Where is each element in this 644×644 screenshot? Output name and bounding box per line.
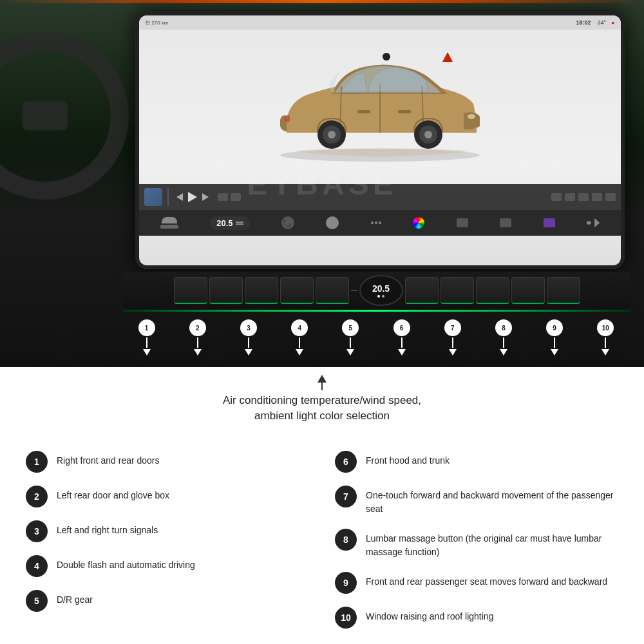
steering-wheel	[0, 32, 129, 200]
arrow-4: 4	[291, 319, 308, 355]
play-icon[interactable]	[188, 192, 197, 202]
app-icon[interactable]	[544, 218, 555, 227]
ctrl-btn-5[interactable]	[316, 277, 349, 304]
feature-4: 4 Double flash and automatic driving	[26, 549, 322, 583]
time-display: 18:02	[576, 19, 591, 26]
feature-text-9: Front and rear passenger seat moves forw…	[366, 572, 618, 589]
center-caption: Air conditioning temperature/wind speed,…	[191, 393, 453, 424]
ctrl-btn-2[interactable]	[209, 277, 243, 304]
car-icon[interactable]	[160, 217, 178, 229]
svg-point-13	[424, 131, 432, 138]
arrow-down-4	[296, 349, 303, 355]
color-picker-icon[interactable]	[413, 217, 424, 229]
arrow-3: 3	[240, 319, 257, 355]
temp-display: 34°	[598, 19, 607, 26]
menu-icon[interactable]	[457, 218, 468, 227]
dial-value: 20.5	[372, 283, 390, 294]
screen-interior: ⊟ 270 km 18:02 34° ●	[139, 15, 621, 265]
controls-bar: 20.5 📞	[139, 210, 621, 236]
arrow-row: 1 2 3 4 5 6	[121, 318, 631, 355]
arrow-down-3	[245, 349, 252, 355]
arrow-down-1	[143, 349, 151, 355]
camera-icon[interactable]	[326, 216, 339, 229]
arrow-2: 2	[189, 319, 206, 355]
separator	[351, 290, 357, 291]
arrow-line-4	[299, 337, 300, 348]
feature-text-10: Window raising and roof lighting	[366, 607, 618, 623]
center-caption-block: Air conditioning temperature/wind speed,…	[0, 375, 644, 435]
feature-number-7: 7	[335, 486, 357, 507]
arrow-line-7	[452, 337, 453, 348]
ctrl-btn-7[interactable]	[440, 277, 474, 304]
arrow-line-1	[146, 337, 147, 348]
arrow-7: 7	[444, 319, 461, 355]
arrow-circle-7: 7	[444, 319, 461, 336]
arrow-circle-8: 8	[495, 319, 512, 336]
svg-rect-5	[398, 110, 411, 113]
center-dial[interactable]: 20.5	[359, 275, 403, 306]
svg-point-10	[328, 131, 336, 138]
feature-text-1: Right front and rear doors	[57, 451, 322, 468]
ctrl-btn-8[interactable]	[476, 277, 509, 304]
green-glow-strip	[122, 310, 630, 312]
repeat-icon	[231, 193, 241, 201]
arrow-down-2	[194, 349, 202, 355]
arrow-circle-5: 5	[342, 319, 359, 336]
shuffle-icon	[218, 193, 228, 201]
car-display	[139, 30, 621, 184]
arrow-circle-1: 1	[138, 319, 155, 336]
more-dots[interactable]	[371, 222, 381, 224]
arrow-8: 8	[495, 319, 512, 355]
phone-icon[interactable]: 📞	[281, 216, 294, 229]
arrow-down-8	[500, 349, 507, 355]
home-icon	[592, 193, 602, 201]
feature-10: 10 Window raising and roof lighting	[322, 600, 618, 635]
arrow-circle-10: 10	[597, 319, 614, 336]
media-controls	[176, 192, 209, 202]
ctrl-btn-6[interactable]	[405, 277, 439, 304]
svg-rect-4	[357, 110, 370, 113]
feature-number-2: 2	[26, 486, 48, 507]
arrow-10: 10	[597, 319, 614, 355]
list-icon	[565, 193, 575, 201]
ctrl-btn-9[interactable]	[511, 277, 545, 304]
feature-3: 3 Left and right turn signals	[26, 514, 322, 549]
feature-number-8: 8	[335, 529, 357, 551]
speed-display: 20.5	[210, 216, 249, 230]
feature-2: 2 Left rear door and glove box	[26, 479, 322, 514]
arrow-line-3	[248, 337, 249, 348]
arrow-line-2	[197, 337, 198, 348]
svg-point-15	[383, 53, 390, 61]
feature-text-5: D/R gear	[57, 590, 322, 607]
screen-left-status: ⊟ 270 km	[146, 20, 168, 26]
album-art	[144, 188, 162, 206]
caption-line1: Air conditioning temperature/wind speed,	[223, 394, 421, 406]
feature-number-6: 6	[335, 451, 357, 473]
feature-text-6: Front hood and trunk	[366, 451, 618, 468]
arrow-line-6	[401, 337, 402, 348]
caption-line2: ambient light color selection	[254, 410, 390, 422]
ctrl-btn-10[interactable]	[547, 277, 580, 304]
volume-control[interactable]	[587, 218, 600, 227]
prev-icon[interactable]	[176, 193, 183, 201]
arrow-1: 1	[138, 319, 155, 355]
ctrl-btn-1[interactable]	[174, 277, 207, 304]
grid-icon[interactable]	[500, 218, 511, 227]
arrow-circle-2: 2	[189, 319, 206, 336]
arrow-down-5	[346, 349, 354, 355]
control-strip: 20.5	[122, 272, 631, 309]
ctrl-btn-4[interactable]	[280, 277, 314, 304]
more-icon	[578, 193, 589, 201]
arrow-5: 5	[342, 319, 359, 355]
arrow-circle-9: 9	[546, 319, 563, 336]
feature-text-4: Double flash and automatic driving	[57, 555, 322, 572]
feature-text-3: Left and right turn signals	[57, 520, 322, 537]
arrow-line-8	[503, 337, 504, 348]
svg-rect-7	[285, 115, 290, 122]
screen-right-status: 18:02 34° ●	[576, 19, 615, 26]
arrow-line-10	[605, 337, 606, 348]
next-icon[interactable]	[202, 193, 209, 201]
features-right: 6 Front hood and trunk 7 One-touch forwa…	[322, 444, 618, 635]
feature-5: 5 D/R gear	[26, 583, 322, 618]
ctrl-btn-3[interactable]	[245, 277, 278, 304]
